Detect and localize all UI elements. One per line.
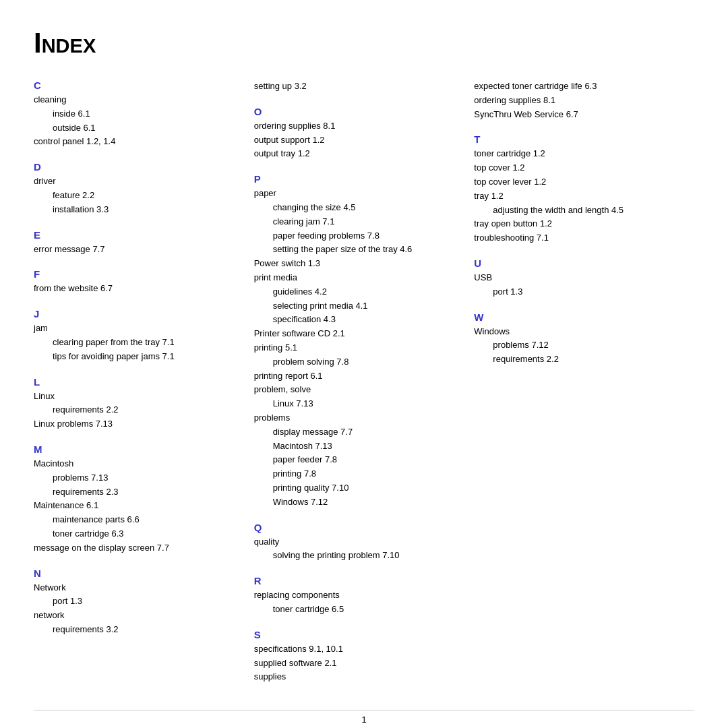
section-0-7: NNetworkport 1.3networkrequirements 3.2	[34, 568, 241, 637]
section-letter-W: W	[474, 311, 681, 323]
index-entry: output support 1.2	[254, 133, 461, 148]
index-entry: replacing components	[254, 588, 461, 603]
section-2-0: expected toner cartridge life 6.3orderin…	[474, 80, 681, 121]
index-entry: maintenance parts 6.6	[34, 513, 241, 527]
page-footer: 1	[34, 710, 694, 725]
section-letter-E: E	[34, 229, 241, 241]
section-letter-Q: Q	[254, 522, 461, 533]
section-0-6: MMacintoshproblems 7.13requirements 2.3M…	[34, 444, 241, 555]
index-entry: control panel 1.2, 1.4	[34, 135, 241, 149]
section-1-4: Rreplacing componentstoner cartridge 6.5	[254, 575, 461, 617]
index-entry: driver	[34, 175, 241, 189]
index-entry: outside 6.1	[34, 121, 241, 135]
index-entry: paper feeding problems 7.8	[254, 229, 461, 243]
index-entry: Network	[34, 581, 241, 595]
index-entry: printing quality 7.10	[254, 481, 461, 495]
index-entry: port 1.3	[34, 595, 241, 609]
index-entry: clearing jam 7.1	[254, 215, 461, 229]
index-entry: output tray 1.2	[254, 147, 461, 161]
index-entry: problems	[254, 411, 461, 425]
index-entry: quality	[254, 535, 461, 549]
index-entry: requirements 3.2	[34, 623, 241, 637]
section-0-2: Eerror message 7.7	[34, 229, 241, 257]
index-entry: toner cartridge 1.2	[474, 147, 681, 161]
index-entry: tips for avoiding paper jams 7.1	[34, 350, 241, 364]
index-entry: problems 7.13	[34, 471, 241, 485]
index-entry: tray open button 1.2	[474, 217, 681, 231]
index-entry: Power switch 1.3	[254, 257, 461, 271]
index-entry: port 1.3	[474, 285, 681, 299]
index-entry: problems 7.12	[474, 338, 681, 353]
section-letter-O: O	[254, 106, 461, 117]
index-entry: clearing paper from the tray 7.1	[34, 336, 241, 350]
index-entry: expected toner cartridge life 6.3	[474, 80, 681, 94]
index-entry: Printer software CD 2.1	[254, 327, 461, 341]
section-0-0: Ccleaninginside 6.1outside 6.1control pa…	[34, 80, 241, 149]
section-0-1: Ddriverfeature 2.2installation 3.3	[34, 161, 241, 216]
index-entry: printing 7.8	[254, 467, 461, 481]
index-entry: error message 7.7	[34, 243, 241, 257]
index-entry: toner cartridge 6.5	[254, 603, 461, 617]
section-2-1: Ttoner cartridge 1.2top cover 1.2top cov…	[474, 133, 681, 245]
index-entry: Macintosh	[34, 457, 241, 471]
index-entry: tray 1.2	[474, 189, 681, 204]
section-0-4: Jjamclearing paper from the tray 7.1tips…	[34, 308, 241, 363]
index-entry: toner cartridge 6.3	[34, 527, 241, 541]
section-letter-L: L	[34, 376, 241, 388]
section-letter-U: U	[474, 257, 681, 269]
index-entry: guidelines 4.2	[254, 285, 461, 299]
section-letter-J: J	[34, 308, 241, 320]
index-entry: paper feeder 7.8	[254, 453, 461, 467]
index-entry: inside 6.1	[34, 107, 241, 121]
index-entry: printing 5.1	[254, 341, 461, 355]
index-entry: ordering supplies 8.1	[254, 119, 461, 133]
section-2-3: WWindowsproblems 7.12requirements 2.2	[474, 311, 681, 367]
index-entry: problem solving 7.8	[254, 355, 461, 369]
index-entry: requirements 2.2	[34, 403, 241, 417]
index-entry: supplies	[254, 670, 461, 684]
column-1: setting up 3.2Oordering supplies 8.1outp…	[254, 80, 475, 696]
index-entry: Maintenance 6.1	[34, 499, 241, 513]
index-entry: feature 2.2	[34, 189, 241, 203]
section-letter-T: T	[474, 133, 681, 145]
index-entry: Linux 7.13	[254, 397, 461, 411]
section-letter-D: D	[34, 161, 241, 173]
section-letter-N: N	[34, 568, 241, 579]
column-0: Ccleaninginside 6.1outside 6.1control pa…	[34, 80, 254, 649]
index-entry: setting the paper size of the tray 4.6	[254, 243, 461, 257]
index-entry: troubleshooting 7.1	[474, 231, 681, 245]
section-1-3: Qqualitysolving the printing problem 7.1…	[254, 522, 461, 564]
index-entry: print media	[254, 271, 461, 285]
index-entry: Linux	[34, 390, 241, 404]
index-entry: paper	[254, 187, 461, 201]
index-entry: problem, solve	[254, 383, 461, 397]
section-1-0: setting up 3.2	[254, 80, 461, 94]
section-0-3: Ffrom the website 6.7	[34, 268, 241, 296]
page-number: 1	[361, 715, 366, 725]
section-letter-F: F	[34, 268, 241, 280]
index-entry: supplied software 2.1	[254, 657, 461, 671]
index-entry: top cover lever 1.2	[474, 175, 681, 189]
index-entry: cleaning	[34, 93, 241, 107]
index-entry: ordering supplies 8.1	[474, 94, 681, 108]
section-letter-R: R	[254, 575, 461, 586]
section-2-2: UUSBport 1.3	[474, 257, 681, 299]
section-letter-C: C	[34, 80, 241, 91]
index-entry: message on the display screen 7.7	[34, 541, 241, 555]
index-entry: display message 7.7	[254, 425, 461, 439]
index-entry: Linux problems 7.13	[34, 417, 241, 431]
index-entry: changing the size 4.5	[254, 201, 461, 215]
index-entry: adjusting the width and length 4.5	[474, 204, 681, 218]
page-title: Index	[34, 27, 694, 59]
section-1-1: Oordering supplies 8.1output support 1.2…	[254, 106, 461, 161]
index-entry: solving the printing problem 7.10	[254, 549, 461, 563]
index-entry: printing report 6.1	[254, 369, 461, 384]
section-letter-M: M	[34, 444, 241, 455]
index-entry: USB	[474, 271, 681, 285]
section-0-5: LLinuxrequirements 2.2Linux problems 7.1…	[34, 376, 241, 431]
index-entry: requirements 2.3	[34, 485, 241, 499]
index-entry: installation 3.3	[34, 203, 241, 217]
section-1-5: Sspecifications 9.1, 10.1supplied softwa…	[254, 629, 461, 684]
index-entry: Windows 7.12	[254, 495, 461, 510]
index-entry: network	[34, 609, 241, 623]
